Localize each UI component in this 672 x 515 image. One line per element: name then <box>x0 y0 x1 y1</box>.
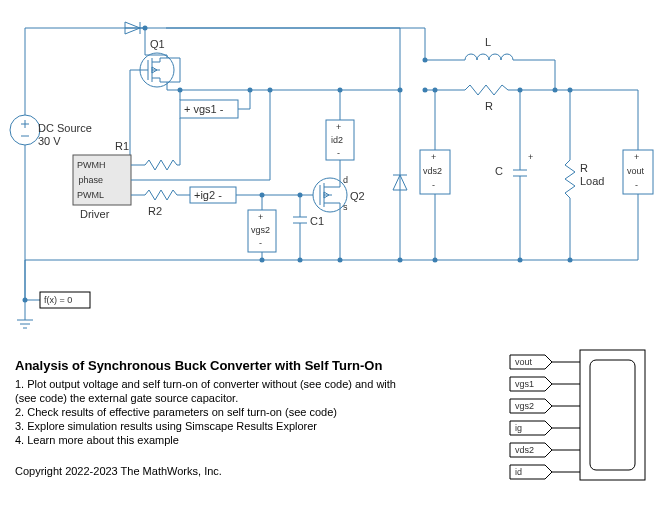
dc-source-icon <box>10 115 40 145</box>
svg-text:vgs2: vgs2 <box>515 401 534 411</box>
q2-label: Q2 <box>350 190 365 202</box>
pwml-label: PWML <box>77 190 104 200</box>
svg-text:id: id <box>515 467 522 477</box>
svg-point-23 <box>178 88 183 93</box>
rload-label2: Load <box>580 175 604 187</box>
svg-point-52 <box>338 88 343 93</box>
svg-point-32 <box>268 88 273 93</box>
copyright: Copyright 2022-2023 The MathWorks, Inc. <box>15 465 222 477</box>
rload-label1: R <box>580 162 588 174</box>
svg-point-88 <box>338 258 343 263</box>
svg-text:vds2: vds2 <box>515 445 534 455</box>
svg-point-26 <box>248 88 253 93</box>
vds2-label: vds2 <box>423 166 442 176</box>
c1-label: C1 <box>310 215 324 227</box>
dc-source-label: DC Source <box>38 122 92 134</box>
id2-plus: + <box>336 122 341 132</box>
r-label: R <box>485 100 493 112</box>
svg-point-80 <box>568 88 573 93</box>
vgs2-minus: - <box>259 238 262 248</box>
ig2-label: +ig2 - <box>194 189 222 201</box>
vout-plus: + <box>634 152 639 162</box>
vds2-minus: - <box>432 180 435 190</box>
circuit-diagram: DC Source 30 V Q1 + vgs1 - PWMH phase PW… <box>0 0 672 515</box>
svg-point-55 <box>398 88 403 93</box>
fx0-label: f(x) = 0 <box>44 295 72 305</box>
rload-resistor-icon <box>565 160 575 198</box>
svg-rect-107 <box>590 360 635 470</box>
r1-resistor-icon <box>145 160 177 170</box>
step-2: 2. Check results of effective parameters… <box>15 406 337 418</box>
pwmh-label: PWMH <box>77 160 106 170</box>
dc-voltage-label: 30 V <box>38 135 61 147</box>
vgs2-label: vgs2 <box>251 225 270 235</box>
svg-text:ig: ig <box>515 423 522 433</box>
svg-point-37 <box>260 193 265 198</box>
svg-text:vout: vout <box>515 357 533 367</box>
svg-point-67 <box>423 58 428 63</box>
q2-d-label: d <box>343 175 348 185</box>
r2-resistor-icon <box>145 190 177 200</box>
r1-label: R1 <box>115 140 129 152</box>
svg-point-71 <box>553 88 558 93</box>
r-resistor-icon <box>465 85 508 95</box>
c-label: C <box>495 165 503 177</box>
id2-label: id2 <box>331 135 343 145</box>
svg-point-66 <box>423 88 428 93</box>
q1-label: Q1 <box>150 38 165 50</box>
phase-label: phase <box>78 175 103 185</box>
inductor-icon <box>465 54 513 60</box>
driver-label: Driver <box>80 208 110 220</box>
step-3: 3. Explore simulation results using Sims… <box>15 420 317 432</box>
step-1a: 1. Plot output voltage and self turn-on … <box>15 378 396 390</box>
q2-s-label: s <box>343 202 348 212</box>
signal-tags: vout vgs1 vgs2 ig vds2 id <box>510 355 552 479</box>
svg-point-87 <box>298 258 303 263</box>
vout-label: vout <box>627 166 645 176</box>
r2-label: R2 <box>148 205 162 217</box>
svg-text:vgs1: vgs1 <box>515 379 534 389</box>
vds2-plus: + <box>431 152 436 162</box>
step-4: 4. Learn more about this example <box>15 434 179 446</box>
vout-minus: - <box>635 180 638 190</box>
svg-text:+: + <box>528 152 533 162</box>
vgs2-plus: + <box>258 212 263 222</box>
svg-point-73 <box>518 88 523 93</box>
title: Analysis of Synchronous Buck Converter w… <box>15 358 382 373</box>
l-label: L <box>485 36 491 48</box>
svg-point-86 <box>260 258 265 263</box>
vgs1-label: + vgs1 - <box>184 103 224 115</box>
step-1b: (see code) the external gate source capa… <box>15 392 238 404</box>
id2-minus: - <box>337 148 340 158</box>
